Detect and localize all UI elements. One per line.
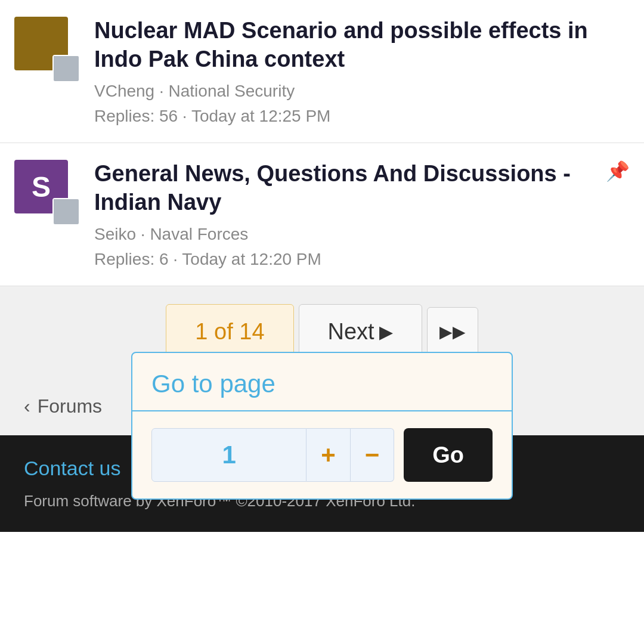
thread-time: Today at 12:25 PM bbox=[191, 107, 330, 125]
avatar-secondary bbox=[52, 55, 80, 82]
back-label: Forums bbox=[38, 395, 102, 417]
goto-page-input[interactable] bbox=[211, 441, 247, 469]
goto-page-popup: Go to page + − Go bbox=[131, 352, 513, 500]
dot-sep-2: · bbox=[169, 250, 182, 268]
pagination-bar: 1 of 14 Next ▶ ▶▶ Go to page + − Go bbox=[0, 286, 644, 377]
thread-author: VCheng bbox=[94, 82, 154, 100]
replies-label-2: Replies: bbox=[94, 250, 159, 268]
dot-sep: · bbox=[178, 107, 191, 125]
thread-sep-2: · bbox=[141, 225, 150, 243]
thread-stats: Replies: 56 · Today at 12:25 PM bbox=[94, 107, 630, 126]
thread-list: Nuclear MAD Scenario and possible effect… bbox=[0, 0, 644, 286]
next-arrow: ▶ bbox=[379, 321, 393, 342]
thread-item[interactable]: S General News, Questions And Discussion… bbox=[0, 143, 644, 286]
goto-go-button[interactable]: Go bbox=[404, 428, 493, 482]
contact-us-link[interactable]: Contact us bbox=[24, 457, 121, 480]
goto-input-wrapper bbox=[151, 428, 306, 482]
avatar-img bbox=[54, 56, 79, 81]
popup-arrow-inner bbox=[311, 352, 333, 354]
thread-author-2: Seiko bbox=[94, 225, 136, 243]
back-to-forums-button[interactable]: ‹ Forums bbox=[24, 395, 102, 417]
skip-to-last-button[interactable]: ▶▶ bbox=[427, 307, 478, 357]
thread-category-2: Naval Forces bbox=[150, 225, 248, 243]
reply-count-2: 6 bbox=[159, 250, 169, 268]
avatar-stack bbox=[14, 17, 80, 82]
thread-item[interactable]: Nuclear MAD Scenario and possible effect… bbox=[0, 0, 644, 143]
thread-meta: VCheng · National Security bbox=[94, 82, 630, 101]
thread-title-2[interactable]: General News, Questions And Discussions … bbox=[94, 160, 630, 216]
goto-controls: + − Go bbox=[132, 411, 512, 499]
replies-label: Replies: bbox=[94, 107, 159, 125]
avatar-img-2 bbox=[54, 199, 79, 224]
skip-icon: ▶▶ bbox=[439, 323, 466, 341]
next-label: Next bbox=[328, 319, 374, 345]
thread-separator: · bbox=[159, 82, 169, 100]
thread-stats-2: Replies: 6 · Today at 12:20 PM bbox=[94, 250, 630, 269]
back-arrow-icon: ‹ bbox=[24, 395, 30, 417]
goto-header: Go to page bbox=[132, 353, 512, 411]
goto-decrement-button[interactable]: − bbox=[351, 428, 395, 482]
avatar-stack: S bbox=[14, 160, 80, 225]
thread-meta-2: Seiko · Naval Forces bbox=[94, 225, 630, 244]
thread-content: Nuclear MAD Scenario and possible effect… bbox=[94, 17, 630, 126]
goto-increment-button[interactable]: + bbox=[306, 428, 351, 482]
avatar-secondary-2 bbox=[52, 198, 80, 225]
thread-category: National Security bbox=[169, 82, 295, 100]
pin-icon: 📌 bbox=[606, 160, 630, 182]
reply-count: 56 bbox=[159, 107, 178, 125]
thread-time-2: Today at 12:20 PM bbox=[182, 250, 321, 268]
thread-title[interactable]: Nuclear MAD Scenario and possible effect… bbox=[94, 17, 630, 73]
thread-content-2: General News, Questions And Discussions … bbox=[94, 160, 630, 269]
